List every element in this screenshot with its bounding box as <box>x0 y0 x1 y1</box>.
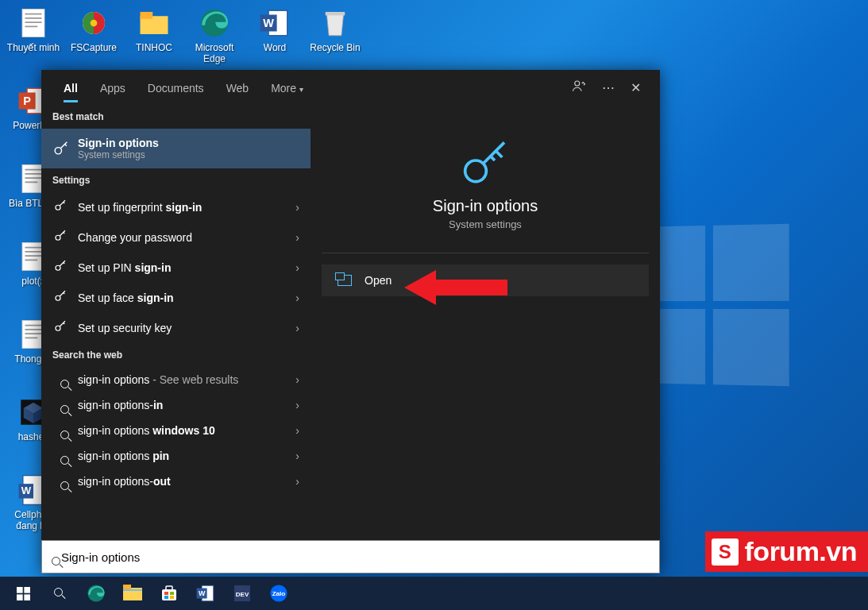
tab-apps[interactable]: Apps <box>89 72 137 102</box>
desktop-icon-label: Word <box>245 42 305 53</box>
svg-rect-48 <box>17 587 23 593</box>
close-icon[interactable]: ✕ <box>623 74 649 102</box>
svg-text:DEV: DEV <box>236 591 249 598</box>
best-match-result[interactable]: Sign-in options System settings <box>41 129 311 168</box>
tab-more[interactable]: More▾ <box>260 72 314 102</box>
web-result-row[interactable]: sign-in options pin› <box>41 443 311 469</box>
open-action[interactable]: Open <box>322 264 649 296</box>
tab-web[interactable]: Web <box>215 72 260 102</box>
svg-rect-31 <box>25 338 38 339</box>
search-input[interactable] <box>61 550 650 564</box>
svg-rect-19 <box>25 173 42 175</box>
settings-result-row[interactable]: Set up fingerprint sign-in› <box>41 192 311 222</box>
desktop-icon-label: FSCapture <box>64 42 124 53</box>
svg-rect-56 <box>162 589 176 600</box>
result-text: sign-in options - See web results <box>78 373 295 386</box>
svg-text:W: W <box>263 17 274 29</box>
result-text: sign-in options windows 10 <box>78 424 295 437</box>
taskbar-edge[interactable] <box>78 577 114 610</box>
app-icon <box>77 6 110 40</box>
desktop-icon[interactable]: Thuyết minh <box>3 3 64 53</box>
key-icon <box>52 140 68 157</box>
result-text: Set up security key <box>78 322 295 334</box>
svg-point-41 <box>56 205 60 210</box>
svg-rect-55 <box>123 589 142 591</box>
chevron-right-icon: › <box>295 291 299 304</box>
svg-rect-29 <box>25 329 42 330</box>
watermark-badge: S <box>712 539 739 566</box>
settings-result-row[interactable]: Set up PIN sign-in› <box>41 253 311 283</box>
svg-rect-61 <box>170 596 174 599</box>
svg-rect-50 <box>17 594 23 600</box>
open-action-label: Open <box>365 274 392 287</box>
web-result-row[interactable]: sign-in options-out› <box>41 469 311 494</box>
svg-rect-3 <box>25 21 42 23</box>
chevron-right-icon: › <box>295 201 299 214</box>
open-settings-icon <box>338 275 352 286</box>
svg-rect-24 <box>25 251 42 253</box>
desktop-icon[interactable]: Recycle Bin <box>305 3 365 53</box>
chevron-right-icon: › <box>295 424 299 437</box>
search-input-bar <box>41 540 660 573</box>
tab-all[interactable]: All <box>52 72 89 102</box>
desktop-icon-label: Microsoft Edge <box>184 42 245 64</box>
desktop-icon[interactable]: Microsoft Edge <box>184 3 245 64</box>
detail-title: Sign-in options <box>322 197 649 215</box>
svg-rect-28 <box>25 325 42 326</box>
settings-result-row[interactable]: Set up security key› <box>41 313 311 343</box>
svg-rect-4 <box>25 26 38 28</box>
taskbar-search-icon[interactable] <box>41 577 78 610</box>
search-results-list: Best match Sign-in options System settin… <box>41 105 311 540</box>
tab-documents[interactable]: Documents <box>137 72 215 102</box>
search-detail-pane: Sign-in options System settings Open <box>311 105 660 540</box>
result-text: Set up face sign-in <box>78 291 295 304</box>
settings-result-row[interactable]: Set up face sign-in› <box>41 283 311 313</box>
best-match-header: Best match <box>41 105 311 129</box>
detail-key-icon <box>322 116 649 197</box>
chevron-right-icon: › <box>295 450 299 462</box>
taskbar-zalo[interactable]: Zalo <box>260 577 297 610</box>
start-button[interactable] <box>5 577 41 610</box>
chevron-right-icon: › <box>295 475 299 488</box>
result-text: sign-in options pin <box>78 450 295 462</box>
taskbar: W DEV Zalo <box>0 577 868 610</box>
best-match-title: Sign-in options <box>78 137 299 149</box>
desktop-icon[interactable]: TINHOC <box>124 3 184 53</box>
key-icon <box>52 259 68 276</box>
taskbar-word[interactable]: W <box>187 577 224 610</box>
feedback-icon[interactable] <box>564 72 594 102</box>
svg-point-46 <box>465 160 487 182</box>
desktop-icon[interactable]: FSCapture <box>64 3 124 53</box>
svg-point-44 <box>56 295 60 300</box>
svg-rect-20 <box>25 177 42 179</box>
svg-rect-60 <box>164 596 168 599</box>
key-icon <box>52 229 68 246</box>
more-options-icon[interactable]: ⋯ <box>594 74 623 102</box>
svg-rect-25 <box>25 255 42 257</box>
svg-text:W: W <box>21 485 32 496</box>
result-text: Set up fingerprint sign-in <box>78 201 295 214</box>
svg-rect-58 <box>164 592 168 595</box>
settings-result-row[interactable]: Change your password› <box>41 222 311 253</box>
taskbar-devcpp[interactable]: DEV <box>224 577 260 610</box>
result-text: Change your password <box>78 231 295 244</box>
svg-rect-49 <box>24 587 30 593</box>
web-result-row[interactable]: sign-in options windows 10› <box>41 418 311 443</box>
svg-point-45 <box>56 326 60 330</box>
web-result-row[interactable]: sign-in options - See web results› <box>41 367 311 392</box>
desktop-icon[interactable]: WWord <box>245 3 305 53</box>
svg-point-39 <box>575 81 580 86</box>
chevron-right-icon: › <box>295 261 299 274</box>
detail-subtitle: System settings <box>322 218 649 249</box>
doc-icon <box>17 6 50 40</box>
chevron-right-icon: › <box>295 322 299 334</box>
result-text: sign-in options-in <box>78 399 295 411</box>
taskbar-file-explorer[interactable] <box>114 577 151 610</box>
svg-rect-13 <box>326 12 345 15</box>
svg-rect-1 <box>25 14 42 15</box>
svg-rect-54 <box>123 585 131 589</box>
desktop-icon-label: Recycle Bin <box>305 42 365 53</box>
chevron-right-icon: › <box>295 373 299 386</box>
taskbar-store[interactable] <box>151 577 187 610</box>
web-result-row[interactable]: sign-in options-in› <box>41 392 311 418</box>
